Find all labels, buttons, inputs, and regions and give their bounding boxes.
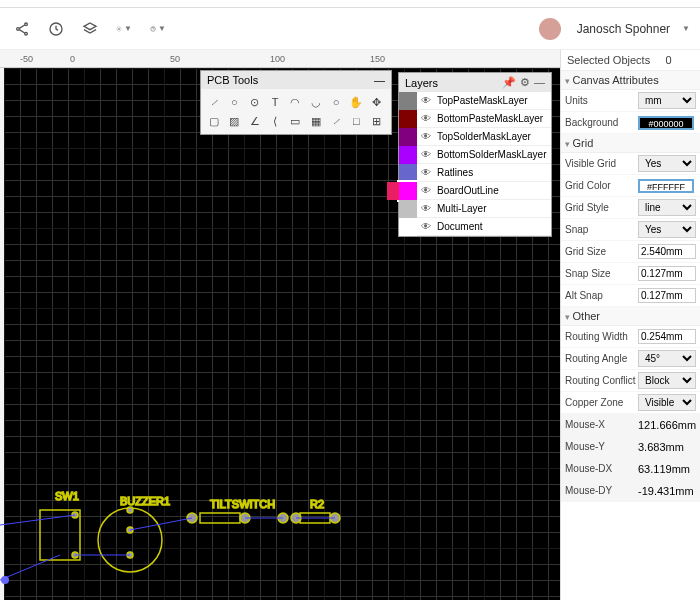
snap-select[interactable]: Yes (638, 221, 696, 238)
layer-row[interactable]: 👁Ratlines (399, 164, 551, 182)
units-label: Units (565, 95, 638, 106)
copper-zone-label: Copper Zone (565, 397, 638, 408)
canvas[interactable]: -50 0 50 100 150 PCB Tools— ⟋ ○ ⊙ T ◠ ◡ … (0, 50, 560, 600)
grid-color[interactable]: #FFFFFF (638, 179, 694, 193)
canvas-attrs-section[interactable]: Canvas Attributes (561, 71, 700, 90)
gear-icon[interactable]: ⚙ (520, 76, 530, 89)
eye-icon[interactable]: 👁 (417, 131, 435, 142)
svg-line-24 (0, 515, 75, 525)
svg-text:BUZZER1: BUZZER1 (120, 495, 170, 507)
svg-point-2 (25, 32, 28, 35)
hand-tool[interactable]: ✋ (347, 93, 365, 111)
minimize-icon[interactable]: — (374, 74, 385, 86)
layer-name: Multi-Layer (435, 203, 486, 214)
region-tool[interactable]: ▭ (286, 112, 304, 130)
help-dropdown[interactable]: ▼ (146, 17, 170, 41)
rect-tool[interactable]: □ (347, 112, 365, 130)
layer-swatch (399, 200, 417, 218)
layer-row[interactable]: 👁Multi-Layer (399, 200, 551, 218)
grid-style-select[interactable]: line (638, 199, 696, 216)
mouse-dy-value: -19.431mm (638, 485, 696, 497)
minimize-icon[interactable]: — (534, 76, 545, 89)
text-tool[interactable]: T (266, 93, 284, 111)
share-icon[interactable] (10, 17, 34, 41)
svg-text:R2: R2 (310, 498, 324, 510)
pcb-tools-title: PCB Tools (207, 74, 258, 86)
copper-tool[interactable]: ▦ (307, 112, 325, 130)
mouse-x-value: 121.666mm (638, 419, 696, 431)
copper-zone-select[interactable]: Visible (638, 394, 696, 411)
units-select[interactable]: mm (638, 92, 696, 109)
mouse-y-value: 3.683mm (638, 441, 696, 453)
svg-rect-15 (200, 513, 240, 523)
move-tool[interactable]: ✥ (368, 93, 386, 111)
visible-grid-select[interactable]: Yes (638, 155, 696, 172)
routing-angle-label: Routing Angle (565, 353, 638, 364)
layer-row[interactable]: 👁Document (399, 218, 551, 236)
protractor-tool[interactable]: ⟨ (266, 112, 284, 130)
eye-icon[interactable]: 👁 (417, 221, 435, 232)
mouse-dx-value: 63.119mm (638, 463, 696, 475)
layer-name: TopPasteMaskLayer (435, 95, 528, 106)
pcb-circuit: SW1 BUZZER1 TILTSWITCH R2 (0, 450, 360, 590)
arc-tool[interactable]: ◠ (286, 93, 304, 111)
pencil-icon (387, 182, 399, 200)
layer-swatch (399, 182, 417, 200)
layer-swatch (399, 218, 417, 236)
layer-row[interactable]: 👁TopPasteMaskLayer (399, 92, 551, 110)
grid-section[interactable]: Grid (561, 134, 700, 153)
layer-swatch (399, 146, 417, 164)
background-label: Background (565, 117, 638, 128)
properties-panel: Selected Objects 0 Canvas Attributes Uni… (560, 50, 700, 600)
svg-line-29 (0, 555, 60, 580)
routing-width-input[interactable] (638, 329, 696, 344)
alt-snap-label: Alt Snap (565, 290, 638, 301)
eye-icon[interactable]: 👁 (417, 203, 435, 214)
circle-tool[interactable]: ○ (327, 93, 345, 111)
layer-row[interactable]: 👁BoardOutLine (399, 182, 551, 200)
layer-swatch (399, 92, 417, 110)
via-tool[interactable]: ⊙ (246, 93, 264, 111)
layers-panel: Layers 📌 ⚙ — 👁TopPasteMaskLayer👁BottomPa… (398, 72, 552, 237)
layer-row[interactable]: 👁TopSolderMaskLayer (399, 128, 551, 146)
chevron-down-icon: ▼ (158, 24, 166, 33)
layer-swatch (399, 128, 417, 146)
settings-dropdown[interactable]: ▼ (112, 17, 136, 41)
dimension-tool[interactable]: ∠ (246, 112, 264, 130)
eye-icon[interactable]: 👁 (417, 167, 435, 178)
eye-icon[interactable]: 👁 (417, 95, 435, 106)
layer-row[interactable]: 👁BottomPasteMaskLayer (399, 110, 551, 128)
layer-name: BoardOutLine (435, 185, 499, 196)
eye-icon[interactable]: 👁 (417, 185, 435, 196)
snap-size-input[interactable] (638, 266, 696, 281)
image-tool[interactable]: ▨ (225, 112, 243, 130)
measure-tool[interactable]: ⟋ (327, 112, 345, 130)
layer-swatch (399, 164, 417, 182)
group-tool[interactable]: ⊞ (368, 112, 386, 130)
eye-icon[interactable]: 👁 (417, 113, 435, 124)
svg-text:SW1: SW1 (55, 490, 79, 502)
mouse-x-label: Mouse-X (565, 419, 638, 430)
arc2-tool[interactable]: ◡ (307, 93, 325, 111)
eye-icon[interactable]: 👁 (417, 149, 435, 160)
grid-size-input[interactable] (638, 244, 696, 259)
svg-line-26 (130, 518, 192, 530)
hole-tool[interactable]: ▢ (205, 112, 223, 130)
visible-grid-label: Visible Grid (565, 158, 638, 169)
routing-conflict-select[interactable]: Block (638, 372, 696, 389)
pin-icon[interactable]: 📌 (502, 76, 516, 89)
other-section[interactable]: Other (561, 307, 700, 326)
avatar[interactable] (539, 18, 561, 40)
pad-tool[interactable]: ○ (225, 93, 243, 111)
layers-icon[interactable] (78, 17, 102, 41)
routing-angle-select[interactable]: 45° (638, 350, 696, 367)
chevron-down-icon: ▼ (682, 24, 690, 33)
layer-row[interactable]: 👁BottomSolderMaskLayer (399, 146, 551, 164)
grid-color-label: Grid Color (565, 180, 638, 191)
username[interactable]: Janosch Spohner (577, 22, 670, 36)
history-icon[interactable] (44, 17, 68, 41)
track-tool[interactable]: ⟋ (205, 93, 223, 111)
mouse-y-label: Mouse-Y (565, 441, 638, 452)
alt-snap-input[interactable] (638, 288, 696, 303)
background-color[interactable]: #000000 (638, 116, 694, 130)
